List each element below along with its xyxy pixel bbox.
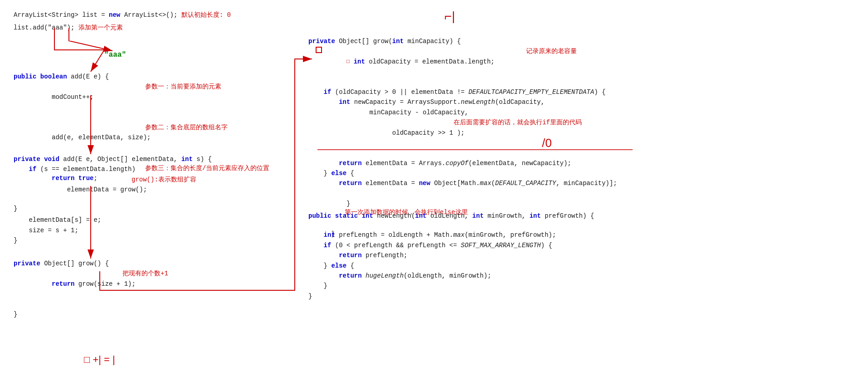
line-list-add: list.add("aaa"); 添加第一个元素 <box>14 23 123 33</box>
private-add-method-block: private void add(E e, Object[] elementDa… <box>14 154 212 246</box>
string-aaa-display: "aaa" <box>104 51 126 59</box>
grow-short-method-block: private Object[] grow() { return grow(si… <box>14 259 136 319</box>
handwritten-annotation-mid-right: /0 <box>542 136 552 150</box>
line-arraylist-decl: ArrayList<String> list = new ArrayList<>… <box>14 10 231 20</box>
handwritten-annotation-left: □ +| = | <box>84 354 115 366</box>
handwritten-annotation-top-right: ⌐| <box>444 9 455 24</box>
code-area: ArrayList<String> list = new ArrayList<>… <box>0 0 868 386</box>
red-box-marker <box>316 47 322 53</box>
new-length-method-block: public static int newLength(int oldLengt… <box>308 211 594 301</box>
